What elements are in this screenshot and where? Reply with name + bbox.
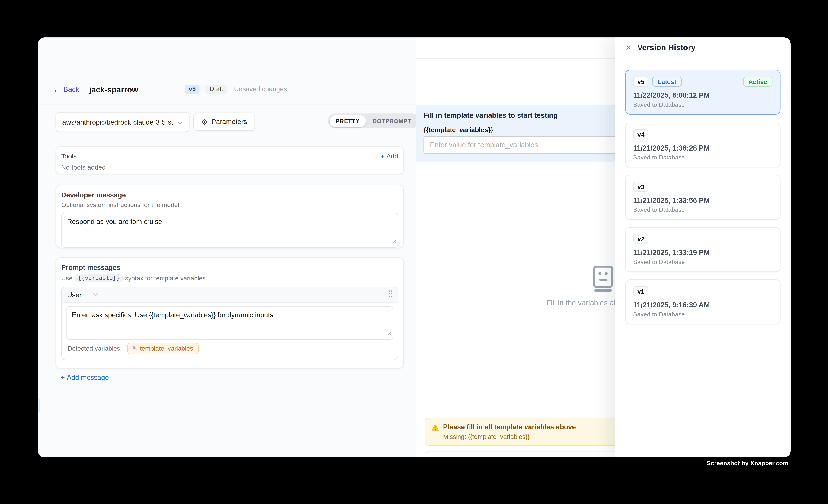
role-select-value: User (67, 291, 81, 299)
tools-card: Tools + Add No tools added (55, 146, 404, 174)
variable-chip-label: template_variables (140, 345, 193, 352)
version-timestamp: 11/21/2025, 1:33:56 PM (633, 197, 773, 204)
detected-variables-label: Detected variables: (68, 345, 122, 352)
warning-title: Please fill in all template variables ab… (443, 423, 576, 431)
developer-message-input[interactable]: Respond as you are tom cruise (61, 213, 398, 248)
version-saved-label: Saved to Database (633, 311, 773, 318)
warning-missing: Missing: {{template_variables}} (443, 433, 576, 440)
version-saved-label: Saved to Database (633, 154, 773, 161)
app-window: ← Back jack-sparrow v5 Draft Unsaved cha… (38, 37, 791, 457)
plus-icon: + (380, 153, 384, 160)
editor-panel: ← Back jack-sparrow v5 Draft Unsaved cha… (38, 37, 416, 457)
chevron-down-icon (93, 293, 98, 296)
message-block: User Enter task specifics. Use {{templat… (61, 287, 398, 360)
version-badge: v5 (184, 84, 200, 94)
parameters-button[interactable]: ⚙ Parameters (193, 113, 255, 131)
draft-badge: Draft (206, 84, 227, 94)
variable-syntax-chip: {{variable}} (75, 274, 122, 282)
user-message-input[interactable]: Enter task specifics. Use {{template_var… (66, 306, 394, 340)
pencil-icon: ✎ (132, 345, 137, 352)
active-badge: Active (743, 77, 773, 87)
toolbar-divider (38, 136, 416, 136)
version-tag: v2 (633, 234, 649, 244)
plus-icon: + (61, 373, 65, 381)
stage: ← Back jack-sparrow v5 Draft Unsaved cha… (0, 0, 828, 504)
version-timestamp: 11/21/2025, 9:16:39 AM (633, 301, 773, 309)
add-tool-label: Add (386, 153, 398, 160)
robot-face-icon (591, 265, 615, 294)
hint-prefix: Use (61, 275, 73, 282)
add-message-button[interactable]: + Add message (61, 373, 109, 381)
page-title: jack-sparrow (89, 85, 138, 94)
header-divider (38, 104, 416, 105)
role-select[interactable]: User (67, 291, 98, 299)
toggle-dotprompt[interactable]: DOTPROMPT (366, 115, 418, 127)
version-card-v5[interactable]: v5 Latest Active 11/22/2025, 6:08:12 PM … (625, 70, 780, 115)
edge-peek-element (38, 398, 40, 413)
developer-message-subtitle: Optional system instructions for the mod… (61, 201, 398, 209)
version-saved-label: Saved to Database (633, 101, 773, 108)
version-saved-label: Saved to Database (633, 259, 773, 265)
page-header: ← Back jack-sparrow v5 Draft Unsaved cha… (53, 83, 287, 96)
back-button[interactable]: ← Back (53, 85, 79, 93)
warning-icon (431, 424, 439, 440)
version-history-title: Version History (637, 43, 696, 52)
version-timestamp: 11/21/2025, 1:36:28 PM (633, 144, 773, 152)
resize-handle-icon[interactable] (387, 328, 392, 338)
tools-empty-label: No tools added (61, 164, 398, 171)
prompt-messages-hint: Use {{variable}} syntax for template var… (61, 274, 398, 282)
latest-badge: Latest (653, 77, 681, 87)
version-saved-label: Saved to Database (633, 206, 773, 213)
variable-chip[interactable]: ✎ template_variables (127, 343, 199, 354)
version-timestamp: 11/22/2025, 6:08:12 PM (633, 91, 773, 99)
detected-variables-row: Detected variables: ✎ template_variables (66, 339, 394, 355)
version-tag: v3 (633, 182, 649, 192)
version-history-panel: ✕ Version History v5 Latest Active 11/22… (615, 37, 791, 457)
version-tag: v1 (633, 286, 649, 296)
add-message-row: + Add message (61, 373, 109, 381)
version-card-v2[interactable]: v2 11/21/2025, 1:33:19 PM Saved to Datab… (625, 227, 780, 272)
add-tool-button[interactable]: + Add (380, 153, 398, 160)
resize-handle-icon[interactable] (392, 236, 397, 246)
back-label: Back (64, 85, 79, 93)
version-card-v1[interactable]: v1 11/21/2025, 9:16:39 AM Saved to Datab… (625, 279, 780, 324)
model-select[interactable]: aws/anthropic/bedrock-claude-3-5-s... (55, 112, 190, 132)
screenshot-attribution: Screenshot by Xnapper.com (707, 460, 788, 466)
close-icon[interactable]: ✕ (625, 43, 631, 52)
message-header: User (62, 287, 398, 303)
chevron-down-icon (177, 117, 183, 127)
developer-message-title: Developer message (61, 191, 398, 199)
model-select-value: aws/anthropic/bedrock-claude-3-5-s... (62, 118, 173, 126)
gear-icon: ⚙ (201, 118, 208, 126)
developer-message-card: Developer message Optional system instru… (55, 185, 404, 248)
version-tag: v5 (633, 77, 649, 87)
add-message-label: Add message (67, 373, 109, 381)
back-arrow-icon: ← (53, 85, 61, 93)
version-card-v3[interactable]: v3 11/21/2025, 1:33:56 PM Saved to Datab… (625, 175, 780, 220)
prompt-messages-title: Prompt messages (61, 263, 398, 271)
tools-title: Tools (61, 153, 77, 160)
version-timestamp: 11/21/2025, 1:33:19 PM (633, 249, 773, 257)
parameters-label: Parameters (211, 118, 247, 126)
hint-suffix: syntax for template variables (125, 275, 206, 282)
prompt-messages-card: Prompt messages Use {{variable}} syntax … (55, 257, 404, 369)
version-tag: v4 (633, 129, 649, 139)
format-toggle: PRETTY DOTPROMPT (328, 114, 419, 128)
toggle-pretty[interactable]: PRETTY (329, 115, 366, 127)
unsaved-changes-label: Unsaved changes (234, 86, 287, 93)
version-card-v4[interactable]: v4 11/21/2025, 1:36:28 PM Saved to Datab… (625, 123, 780, 168)
drag-handle-icon[interactable] (388, 290, 392, 300)
version-history-divider (615, 58, 791, 59)
